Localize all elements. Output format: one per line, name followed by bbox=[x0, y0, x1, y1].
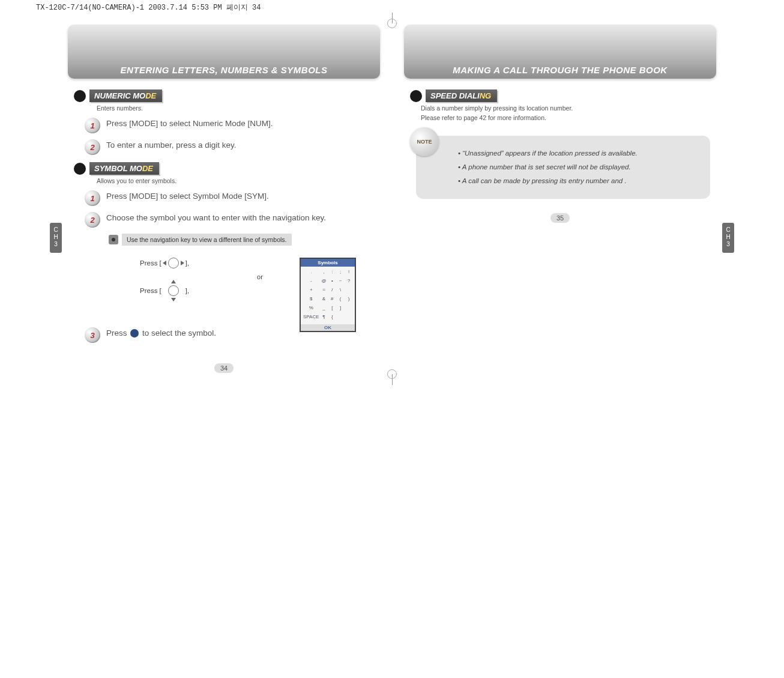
symbol-mode-text: SYMBOL MO bbox=[94, 164, 142, 173]
chapter-tab-left: C H 3 bbox=[50, 223, 62, 253]
numeric-step-2-text: To enter a number, press a digit key. bbox=[106, 139, 237, 151]
right-page-number: 35 bbox=[404, 212, 716, 223]
phone-symbol-cell: # bbox=[328, 296, 336, 304]
phone-symbol-cell: = bbox=[321, 287, 328, 295]
chapter-tab-num: 3 bbox=[50, 241, 62, 248]
symbol-mode-highlight: DE bbox=[142, 164, 153, 173]
source-file-info: TX-120C-7/14(NO-CAMERA)-1 2003.7.14 5:53… bbox=[0, 0, 784, 13]
right-banner-title: MAKING A CALL THROUGH THE PHONE BOOK bbox=[404, 65, 716, 75]
step-number-icon: 1 bbox=[85, 190, 100, 206]
note-bullet-icon bbox=[109, 235, 118, 244]
left-page: C H 3 ENTERING LETTERS, NUMBERS & SYMBOL… bbox=[68, 25, 380, 349]
phone-symbol-cell: ] bbox=[337, 305, 344, 313]
bullet-dot-icon bbox=[74, 163, 86, 175]
phone-symbol-cell: , bbox=[321, 269, 328, 277]
symbol-step-2: 2 Choose the symbol you want to enter wi… bbox=[85, 212, 380, 228]
navigation-press-diagram: Press [ ], or Press [ ], Symbols . bbox=[68, 256, 380, 297]
note-list: “Unassigned” appears if the location pre… bbox=[458, 147, 698, 188]
numeric-step-1-span: Press [MODE] to select Numeric Mode [NUM… bbox=[106, 119, 273, 128]
right-page-number-value: 35 bbox=[550, 213, 570, 223]
left-page-number: 34 bbox=[68, 362, 380, 373]
crop-mark-circle bbox=[387, 369, 397, 379]
phone-symbol-cell: % bbox=[303, 305, 319, 313]
bullet-dot-icon bbox=[74, 90, 86, 102]
spread: C H 3 ENTERING LETTERS, NUMBERS & SYMBOL… bbox=[0, 13, 784, 385]
symbol-nav-note: Use the navigation key to view a differe… bbox=[109, 234, 380, 246]
symbol-mode-subtext: Allows you to enter symbols. bbox=[97, 177, 380, 184]
phone-symbol-cell: $ bbox=[303, 296, 319, 304]
phone-symbol-cell: • bbox=[328, 278, 336, 286]
ok-button-icon bbox=[130, 329, 139, 337]
chapter-tab-right: C H 3 bbox=[722, 223, 734, 253]
phone-symbol-cell: - bbox=[303, 278, 319, 286]
symbol-step-3-text: Press to select the symbol. bbox=[106, 327, 216, 339]
speed-dialing-heading: SPEED DIALING bbox=[410, 89, 716, 102]
symbol-mode-heading: SYMBOL MODE bbox=[74, 162, 380, 175]
phone-symbol-cell: SPACE bbox=[303, 314, 319, 322]
dpad-vertical-icon bbox=[161, 284, 185, 297]
phone-symbol-cell: ) bbox=[345, 296, 352, 304]
press-open: Press [ bbox=[140, 259, 161, 267]
chapter-tab-c: C bbox=[722, 226, 734, 234]
phone-symbol-cell: _ bbox=[321, 305, 328, 313]
speed-dialing-subtext-1: Dials a number simply by pressing its lo… bbox=[421, 104, 716, 112]
symbol-step-1-text: Press [MODE] to select Symbol Mode [SYM]… bbox=[106, 190, 269, 202]
symbol-nav-note-text: Use the navigation key to view a differe… bbox=[122, 234, 292, 246]
phone-symbol-cell: ; bbox=[337, 269, 344, 277]
press-open: Press [ bbox=[140, 287, 161, 294]
numeric-step-1-text: Press [MODE] to select Numeric Mode [NUM… bbox=[106, 118, 273, 130]
dpad-horizontal-icon bbox=[161, 256, 185, 270]
speed-dialing-label: SPEED DIALING bbox=[426, 89, 497, 102]
right-page: C H 3 MAKING A CALL THROUGH THE PHONE BO… bbox=[404, 25, 716, 199]
phone-symbol-cell: \ bbox=[337, 287, 344, 295]
press-close: ], bbox=[185, 259, 189, 267]
symbol-step-1: 1 Press [MODE] to select Symbol Mode [SY… bbox=[85, 190, 380, 206]
chapter-tab-num: 3 bbox=[722, 241, 734, 248]
speed-dialing-text: SPEED DIALI bbox=[430, 91, 480, 100]
phone-symbol-cell: ¶ bbox=[321, 314, 328, 322]
left-banner-title: ENTERING LETTERS, NUMBERS & SYMBOLS bbox=[68, 65, 380, 75]
numeric-mode-highlight: DE bbox=[145, 91, 156, 100]
left-page-number-value: 34 bbox=[214, 363, 234, 373]
step-number-icon: 2 bbox=[85, 139, 100, 155]
speed-dialing-subtext-2: Please refer to page 42 for more informa… bbox=[421, 114, 716, 121]
numeric-mode-label: NUMERIC MODE bbox=[89, 89, 162, 102]
press-close: ], bbox=[185, 287, 189, 294]
phone-ok-softkey: OK bbox=[301, 324, 355, 331]
phone-title: Symbols bbox=[301, 259, 355, 267]
phone-symbol-cell bbox=[345, 287, 352, 295]
speed-dialing-note-box: NOTE “Unassigned” appears if the locatio… bbox=[416, 136, 710, 199]
chapter-tab-h: H bbox=[50, 234, 62, 241]
note-item: A phone number that is set secret will n… bbox=[458, 160, 698, 174]
phone-screen-mock: Symbols .,:;!-@•~?+=/\$&#()%_[]SPACE¶{ O… bbox=[300, 258, 356, 332]
phone-symbol-cell: ~ bbox=[337, 278, 344, 286]
numeric-mode-heading: NUMERIC MODE bbox=[74, 89, 380, 102]
step-number-icon: 1 bbox=[85, 118, 100, 133]
symbol-step-2-text: Choose the symbol you want to enter with… bbox=[106, 212, 326, 224]
phone-symbol-cell: { bbox=[328, 314, 336, 322]
numeric-step-1: 1 Press [MODE] to select Numeric Mode [N… bbox=[85, 118, 380, 133]
bullet-dot-icon bbox=[410, 90, 422, 102]
chapter-tab-c: C bbox=[50, 226, 62, 234]
right-banner: MAKING A CALL THROUGH THE PHONE BOOK bbox=[404, 25, 716, 79]
note-item: “Unassigned” appears if the location pre… bbox=[458, 147, 698, 160]
speed-dialing-highlight: NG bbox=[480, 91, 492, 100]
note-badge-icon: NOTE bbox=[410, 127, 439, 156]
phone-symbol-cell: ( bbox=[337, 296, 344, 304]
phone-symbol-cell: . bbox=[303, 269, 319, 277]
phone-symbols-grid: .,:;!-@•~?+=/\$&#()%_[]SPACE¶{ bbox=[301, 267, 355, 324]
symbol-mode-label: SYMBOL MODE bbox=[89, 162, 159, 175]
crop-mark-circle bbox=[387, 19, 397, 28]
phone-symbol-cell: : bbox=[328, 269, 336, 277]
phone-symbol-cell bbox=[345, 305, 352, 313]
phone-symbol-cell: ? bbox=[345, 278, 352, 286]
phone-symbol-cell bbox=[337, 314, 344, 322]
phone-symbol-cell: @ bbox=[321, 278, 328, 286]
step-number-icon: 3 bbox=[85, 327, 100, 343]
phone-symbol-cell: + bbox=[303, 287, 319, 295]
phone-symbol-cell: & bbox=[321, 296, 328, 304]
chapter-tab-h: H bbox=[722, 234, 734, 241]
numeric-step-2: 2 To enter a number, press a digit key. bbox=[85, 139, 380, 155]
numeric-mode-text: NUMERIC MO bbox=[94, 91, 145, 100]
phone-symbol-cell: ! bbox=[345, 269, 352, 277]
